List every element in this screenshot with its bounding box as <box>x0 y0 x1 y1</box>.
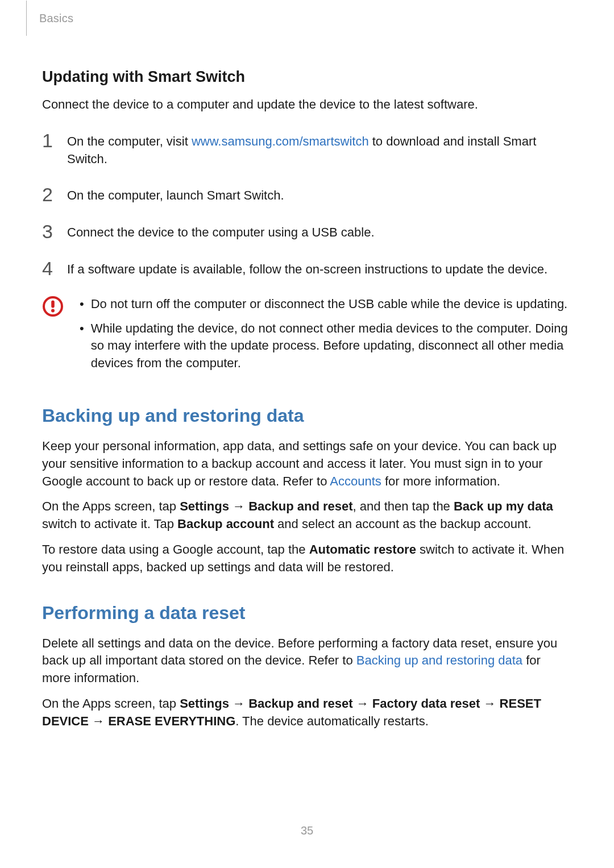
bullet-text: While updating the device, do not connec… <box>91 320 572 372</box>
step-text: On the computer, visit www.samsung.com/s… <box>67 131 572 168</box>
paragraph-reset-path: On the Apps screen, tap Settings → Backu… <box>42 695 572 730</box>
header-divider <box>26 1 27 36</box>
arrow: → <box>480 696 499 711</box>
heading-performing-data-reset: Performing a data reset <box>42 603 572 624</box>
arrow: → <box>89 714 108 728</box>
bullet-text: Do not turn off the computer or disconne… <box>91 296 568 313</box>
bullet-mark: • <box>80 320 84 372</box>
text: To restore data using a Google account, … <box>42 542 309 556</box>
caution-bullets: • Do not turn off the computer or discon… <box>80 296 572 379</box>
breadcrumb-section: Basics <box>39 12 73 25</box>
header-bar: Basics <box>26 0 73 36</box>
link-accounts[interactable]: Accounts <box>330 474 381 488</box>
link-backing-up-restoring[interactable]: Backing up and restoring data <box>356 653 522 667</box>
link-smartswitch-url[interactable]: www.samsung.com/smartswitch <box>192 134 369 148</box>
step-4: 4 If a software update is available, fol… <box>42 259 572 279</box>
step-text: Connect the device to the computer using… <box>67 222 572 242</box>
text: and select an account as the backup acco… <box>274 517 532 531</box>
text: On the computer, visit <box>67 134 192 148</box>
bold-erase-everything: ERASE EVERYTHING <box>108 714 235 728</box>
arrow: → <box>229 499 248 513</box>
paragraph-reset-intro: Delete all settings and data on the devi… <box>42 635 572 687</box>
svg-rect-1 <box>51 300 55 308</box>
text: switch to activate it. Tap <box>42 517 177 531</box>
step-1: 1 On the computer, visit www.samsung.com… <box>42 131 572 168</box>
step-number: 3 <box>42 222 55 241</box>
step-2: 2 On the computer, launch Smart Switch. <box>42 185 572 205</box>
arrow: → <box>229 696 248 711</box>
step-text: If a software update is available, follo… <box>67 259 572 279</box>
text: . The device automatically restarts. <box>235 714 429 728</box>
text: for more information. <box>381 474 500 488</box>
paragraph-backup-intro: Keep your personal information, app data… <box>42 438 572 490</box>
step-number: 2 <box>42 185 55 204</box>
text: , and then tap the <box>353 499 454 513</box>
step-text: On the computer, launch Smart Switch. <box>67 185 572 205</box>
bullet-item: • While updating the device, do not conn… <box>80 320 572 372</box>
svg-point-2 <box>51 309 55 312</box>
bold-backup-and-reset: Backup and reset <box>248 499 352 513</box>
heading-backing-up-restoring: Backing up and restoring data <box>42 405 572 426</box>
bullet-mark: • <box>80 296 84 313</box>
page-number: 35 <box>0 824 614 837</box>
paragraph-restore: To restore data using a Google account, … <box>42 541 572 576</box>
text: On the Apps screen, tap <box>42 499 180 513</box>
bold-backup-account: Backup account <box>177 517 274 531</box>
bold-backup-and-reset: Backup and reset <box>248 696 352 711</box>
step-3: 3 Connect the device to the computer usi… <box>42 222 572 242</box>
caution-callout: • Do not turn off the computer or discon… <box>42 296 572 379</box>
step-number: 1 <box>42 131 55 150</box>
bold-factory-data-reset: Factory data reset <box>372 696 480 711</box>
heading-updating-smart-switch: Updating with Smart Switch <box>42 68 572 86</box>
arrow: → <box>353 696 372 711</box>
bold-automatic-restore: Automatic restore <box>309 542 416 556</box>
paragraph-backup-path: On the Apps screen, tap Settings → Backu… <box>42 498 572 533</box>
page-content: Updating with Smart Switch Connect the d… <box>42 57 572 738</box>
caution-icon <box>42 296 64 317</box>
step-number: 4 <box>42 259 55 278</box>
bold-settings: Settings <box>180 499 229 513</box>
text: On the Apps screen, tap <box>42 696 180 711</box>
bold-back-up-my-data: Back up my data <box>454 499 553 513</box>
paragraph-intro: Connect the device to a computer and upd… <box>42 96 572 114</box>
bullet-item: • Do not turn off the computer or discon… <box>80 296 572 313</box>
bold-settings: Settings <box>180 696 229 711</box>
numbered-steps: 1 On the computer, visit www.samsung.com… <box>42 131 572 279</box>
